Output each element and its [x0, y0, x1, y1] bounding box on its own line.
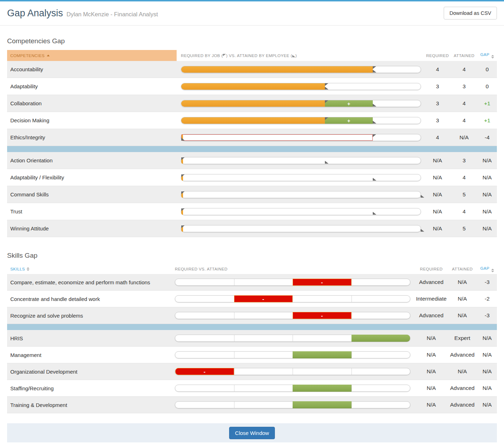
- competency-bar: [181, 83, 421, 90]
- skill-bar: [175, 335, 410, 342]
- attained-value: N/A: [451, 134, 477, 141]
- segment-divider: [234, 352, 234, 358]
- competency-bar: [181, 157, 421, 164]
- required-value: N/A: [424, 225, 451, 232]
- required-value: N/A: [415, 335, 447, 341]
- skill-bar: -: [175, 279, 410, 286]
- required-value: N/A: [424, 208, 451, 215]
- required-marker-icon: [181, 174, 185, 177]
- gap-value: N/A: [477, 225, 497, 232]
- deficit-segment: -: [293, 312, 351, 319]
- competency-bar: [181, 66, 421, 73]
- attained-column-header: ATTAINED: [447, 267, 477, 271]
- table-row: Command Skills N/A 5 N/A: [7, 186, 497, 203]
- required-flag-icon: [223, 54, 226, 57]
- gap-sort-header[interactable]: GAP: [477, 266, 497, 272]
- skills-header-label: SKILLS: [10, 267, 25, 271]
- skill-label: Recognize and solve problems: [7, 313, 175, 319]
- required-marker-icon: [373, 134, 376, 137]
- table-row: Staffing/Recruiting N/A Advanced N/A: [7, 380, 497, 397]
- gap-header-label: GAP: [480, 266, 489, 270]
- attained-value: 4: [451, 100, 477, 107]
- skill-bar: [175, 385, 410, 392]
- segment-divider: [234, 335, 234, 341]
- legend-text-pre: REQUIRED BY JOB (: [181, 54, 223, 58]
- required-value: Intermediate: [415, 296, 447, 302]
- attained-marker-icon: [373, 121, 376, 124]
- required-marker-icon: [181, 208, 185, 211]
- competencies-sort-header[interactable]: COMPETENCIES: [7, 50, 177, 61]
- competency-label: Command Skills: [7, 191, 177, 197]
- required-marker-icon: [181, 157, 185, 160]
- skill-bar: -: [175, 368, 410, 375]
- attained-value: N/A: [447, 312, 477, 319]
- required-fill: [181, 117, 325, 124]
- competencies-table: Accountability 4 4 0 Adaptability 3 3 0 …: [7, 61, 497, 237]
- bottom-spacer: [0, 442, 504, 447]
- attained-value: Expert: [447, 335, 477, 341]
- bar-legend: REQUIRED BY JOB () VS. ATTAINED BY EMPLO…: [177, 54, 424, 58]
- skills-sort-header[interactable]: SKILLS: [7, 264, 175, 274]
- competency-bar: [181, 174, 421, 181]
- attained-marker-icon: [325, 161, 328, 164]
- attained-value: Advanced: [447, 352, 477, 358]
- skill-label: Compare, estimate, economize and perform…: [7, 279, 175, 285]
- main-content: Competencies Gap COMPETENCIES REQUIRED B…: [0, 37, 504, 413]
- required-value: 3: [424, 117, 451, 124]
- gap-value: N/A: [477, 208, 497, 215]
- competency-bar: +: [181, 100, 421, 107]
- gap-value: -3: [477, 312, 497, 319]
- download-csv-button[interactable]: Download as CSV: [444, 7, 497, 19]
- competencies-header-row: COMPETENCIES REQUIRED BY JOB () VS. ATTA…: [7, 50, 497, 61]
- required-value: Advanced: [415, 279, 447, 285]
- required-value: N/A: [415, 385, 447, 391]
- competency-label: Winning Attitude: [7, 225, 177, 231]
- segment-divider: [293, 368, 293, 375]
- gap-value: N/A: [477, 352, 497, 358]
- skill-bar: -: [175, 295, 410, 302]
- gap-value: +1: [477, 117, 497, 124]
- gap-sort-header[interactable]: GAP: [477, 52, 497, 58]
- surplus-segment: [293, 351, 351, 358]
- attained-value: Advanced: [447, 402, 477, 408]
- skills-section-title: Skills Gap: [7, 252, 497, 259]
- surplus-segment: [351, 335, 410, 342]
- close-window-button[interactable]: Close Window: [229, 427, 275, 439]
- gap-value: -4: [477, 134, 497, 141]
- table-row: Organizational Development - N/A N/A N/A: [7, 363, 497, 380]
- segment-divider: [234, 279, 234, 285]
- required-marker-icon: [373, 66, 376, 69]
- group-divider: [7, 146, 497, 152]
- footer-band: Close Window: [7, 423, 497, 442]
- required-value: N/A: [415, 368, 447, 375]
- segment-divider: [351, 368, 352, 375]
- segment-divider: [234, 312, 234, 319]
- competency-bar: [181, 134, 421, 141]
- table-row: Ethics/Integrity 4 N/A -4: [7, 129, 497, 146]
- attained-marker-icon: [373, 212, 376, 215]
- attained-value: N/A: [447, 279, 477, 285]
- table-row: Trust N/A 4 N/A: [7, 203, 497, 220]
- surplus-segment: [293, 401, 351, 408]
- missing-attained-outline: [181, 134, 373, 141]
- competency-bar: [181, 225, 421, 232]
- attained-value: 4: [451, 174, 477, 181]
- attained-marker-icon: [373, 104, 376, 107]
- attained-value: 3: [451, 157, 477, 164]
- attained-value: 4: [451, 117, 477, 124]
- gap-value: -2: [477, 296, 497, 302]
- attained-marker-icon: [421, 195, 424, 198]
- skill-label: Concentrate and handle detailed work: [7, 296, 175, 302]
- table-row: Recognize and solve problems - Advanced …: [7, 307, 497, 324]
- gap-value: -3: [477, 279, 497, 285]
- competency-label: Adaptability / Flexibility: [7, 174, 177, 180]
- gap-value: N/A: [477, 402, 497, 408]
- segment-divider: [234, 385, 234, 391]
- segment-divider: [293, 296, 293, 302]
- segment-divider: [351, 312, 352, 319]
- competency-bar: +: [181, 117, 421, 124]
- required-value: N/A: [424, 191, 451, 198]
- skills-header-row: SKILLS REQUIRED VS. ATTAINED REQUIRED AT…: [7, 264, 497, 274]
- required-value: N/A: [415, 402, 447, 408]
- segment-divider: [234, 402, 234, 408]
